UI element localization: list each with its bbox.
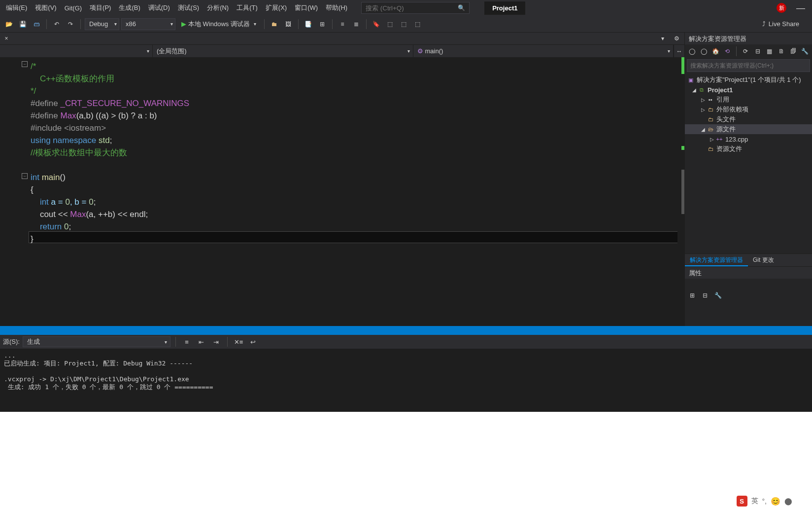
ime-lang[interactable]: 英 (751, 497, 758, 506)
menu-build[interactable]: 生成(B) (115, 1, 144, 14)
sort-icon[interactable]: ⊟ (700, 290, 710, 301)
menu-debug[interactable]: 调试(D) (144, 1, 174, 14)
fold-icon[interactable]: − (22, 173, 28, 179)
chevron-down-icon[interactable]: ◢ (691, 87, 698, 93)
tab-git-changes[interactable]: Git 更改 (748, 254, 779, 266)
nav-scope-dropdown[interactable]: (全局范围) (153, 45, 413, 57)
minimize-icon[interactable]: — (796, 3, 805, 13)
menu-tools[interactable]: 工具(T) (233, 1, 262, 14)
wrap-icon[interactable]: ↩ (247, 336, 259, 348)
config-dropdown[interactable]: Debug (85, 18, 119, 30)
toolbar-icon[interactable]: 📑 (303, 18, 314, 30)
tab-solution-explorer[interactable]: 解决方案资源管理器 (685, 254, 748, 266)
liveshare-button[interactable]: ⤴ Live Share (762, 20, 809, 28)
menu-project[interactable]: 项目(P) (86, 1, 115, 14)
chevron-down-icon[interactable]: ◢ (700, 127, 707, 132)
toolbar-icon[interactable]: ⬚ (384, 18, 396, 30)
nav-project-dropdown[interactable] (0, 45, 153, 57)
wrench-icon[interactable]: 🔧 (800, 46, 810, 57)
ime-punct-icon[interactable]: °, (762, 497, 767, 505)
minimap[interactable] (677, 57, 684, 326)
preview-icon[interactable]: 🗐 (788, 46, 798, 57)
menu-git[interactable]: Git(G) (61, 2, 86, 14)
sync-icon[interactable]: ⟲ (722, 46, 732, 57)
ime-logo-icon[interactable]: S (737, 496, 747, 507)
tree-headers-node[interactable]: 🗀 头文件 (685, 114, 812, 124)
dropdown-icon[interactable]: ▾ (657, 33, 669, 44)
tree-external-node[interactable]: ▷ 🗀 外部依赖项 (685, 105, 812, 114)
solution-explorer-panel: 解决方案资源管理器 ◯ ◯ 🏠 ⟲ ⟳ ⊟ ▦ 🗎 🗐 🔧 ▣ 解决方案"Pro… (684, 33, 812, 326)
menu-test[interactable]: 测试(S) (174, 1, 203, 14)
toolbar-icon[interactable]: ⬚ (412, 18, 424, 30)
tree-label: 源文件 (716, 125, 736, 134)
forward-icon[interactable]: ◯ (699, 46, 709, 57)
solution-search-input[interactable] (690, 62, 807, 69)
nav-split-icon[interactable]: ↔ (674, 45, 684, 57)
show-all-icon[interactable]: ▦ (765, 46, 775, 57)
redo-icon[interactable]: ↷ (65, 18, 76, 30)
ime-more-icon[interactable]: ⬤ (784, 497, 792, 505)
open-icon[interactable]: 📂 (3, 18, 15, 30)
code-token: */ (31, 86, 36, 96)
search-input[interactable] (366, 4, 454, 12)
toolbar-icon[interactable]: ≡ (337, 18, 348, 30)
output-text[interactable]: ... 已启动生成: 项目: Project1, 配置: Debug Win32… (0, 349, 812, 420)
code-token: int (31, 173, 39, 182)
output-icon[interactable]: ⇥ (210, 336, 222, 348)
separator (366, 19, 367, 29)
save-all-icon[interactable]: 🗃 (31, 18, 42, 30)
panel-divider[interactable] (0, 326, 812, 335)
bookmark-icon[interactable]: 🔖 (371, 18, 382, 30)
tree-solution-node[interactable]: ▣ 解决方案"Project1"(1 个项目/共 1 个) (685, 75, 812, 85)
solution-icon: ▣ (687, 76, 695, 84)
search-box[interactable]: 🔍 (361, 2, 470, 14)
menu-edit[interactable]: 编辑(E) (2, 1, 31, 14)
back-icon[interactable]: ◯ (687, 46, 697, 57)
toolbar-icon[interactable]: ⬚ (398, 18, 410, 30)
wrench-icon[interactable]: 🔧 (712, 290, 723, 301)
save-icon[interactable]: 💾 (17, 18, 29, 30)
output-icon[interactable]: ≡ (181, 336, 193, 348)
categorize-icon[interactable]: ⊞ (687, 290, 698, 301)
tree-file-node[interactable]: ▷ ++ 123.cpp (685, 134, 812, 144)
chevron-right-icon[interactable]: ▷ (700, 97, 707, 103)
chevron-right-icon[interactable]: ▷ (709, 137, 715, 142)
undo-icon[interactable]: ↶ (51, 18, 63, 30)
output-header: 源(S): 生成 ≡ ⇤ ⇥ ✕≡ ↩ (0, 335, 812, 349)
output-source-dropdown[interactable]: 生成 (23, 336, 170, 347)
properties-icon[interactable]: 🗎 (777, 46, 786, 57)
gear-icon[interactable]: ⚙ (671, 33, 682, 44)
platform-dropdown[interactable]: x86 (121, 18, 175, 30)
toolbar-icon[interactable]: ⊞ (316, 18, 328, 30)
nav-function-dropdown[interactable]: ⚙ main() (413, 45, 674, 57)
chevron-right-icon[interactable]: ▷ (700, 107, 707, 112)
menu-help[interactable]: 帮助(H) (322, 1, 351, 14)
solution-search[interactable] (687, 59, 810, 72)
folder-open-icon: 🗁 (707, 125, 714, 133)
new-badge-icon[interactable]: 新 (777, 3, 786, 13)
tree-resources-node[interactable]: 🗀 资源文件 (685, 144, 812, 154)
toolbar-icon[interactable]: 🖿 (269, 18, 280, 30)
tree-project-node[interactable]: ◢ ⧉ Project1 (685, 85, 812, 95)
code-editor[interactable]: − − /* C++函数模板的作用 */ #define _CRT_SECURE… (0, 57, 684, 326)
output-icon[interactable]: ⇤ (196, 336, 207, 348)
run-button[interactable]: ▶ 本地 Windows 调试器 (177, 19, 260, 30)
toolbar-icon[interactable]: 🖼 (282, 18, 294, 30)
refresh-icon[interactable]: ⟳ (741, 46, 750, 57)
home-icon[interactable]: 🏠 (710, 46, 720, 57)
code-token: int (31, 197, 49, 207)
ime-emoji-icon[interactable]: 😊 (771, 497, 780, 506)
toolbar-icon[interactable]: ≣ (350, 18, 362, 30)
close-icon[interactable]: × (2, 34, 11, 43)
project-selector[interactable]: Project1 (484, 1, 525, 15)
fold-icon[interactable]: − (22, 61, 28, 67)
menu-analyze[interactable]: 分析(N) (203, 1, 233, 14)
menu-window[interactable]: 窗口(W) (291, 1, 322, 14)
tree-refs-node[interactable]: ▷ ▪▪ 引用 (685, 95, 812, 105)
tree-sources-node[interactable]: ◢ 🗁 源文件 (685, 124, 812, 134)
clear-icon[interactable]: ✕≡ (233, 336, 244, 348)
menu-view[interactable]: 视图(V) (31, 1, 60, 14)
collapse-icon[interactable]: ⊟ (752, 46, 762, 57)
code-token: main (39, 173, 60, 182)
menu-extensions[interactable]: 扩展(X) (262, 1, 291, 14)
